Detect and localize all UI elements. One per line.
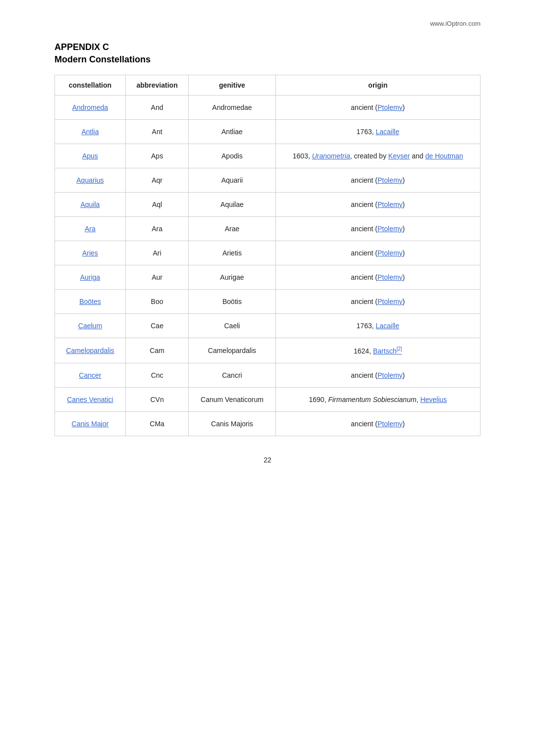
constellation-genitive: Camelopardalis (189, 338, 275, 363)
constellation-origin[interactable]: ancient (Ptolemy) (275, 241, 480, 265)
constellation-origin[interactable]: 1763, Lacaille (275, 120, 480, 144)
constellation-genitive: Cancri (189, 363, 275, 387)
constellation-genitive: Andromedae (189, 96, 275, 120)
constellation-origin[interactable]: 1624, Bartsch[2] (275, 338, 480, 363)
table-row: BoötesBooBoötisancient (Ptolemy) (55, 290, 481, 314)
constellation-name[interactable]: Canis Major (55, 411, 126, 436)
appendix-subtitle: Modern Constellations (54, 54, 481, 65)
table-row: Canis MajorCMaCanis Majorisancient (Ptol… (55, 411, 481, 436)
constellation-abbreviation: Cam (125, 338, 188, 363)
constellation-genitive: Antliae (189, 120, 275, 144)
constellation-name[interactable]: Aquarius (55, 168, 126, 193)
constellation-abbreviation: Ant (125, 120, 188, 144)
constellation-origin[interactable]: ancient (Ptolemy) (275, 265, 480, 290)
table-row: AntliaAntAntliae1763, Lacaille (55, 120, 481, 144)
constellation-abbreviation: Ari (125, 241, 188, 265)
constellation-abbreviation: Boo (125, 290, 188, 314)
page-number: 22 (54, 456, 481, 464)
table-row: CamelopardalisCamCamelopardalis1624, Bar… (55, 338, 481, 363)
constellation-abbreviation: Cae (125, 314, 188, 338)
constellation-origin[interactable]: ancient (Ptolemy) (275, 290, 480, 314)
constellation-origin[interactable]: ancient (Ptolemy) (275, 217, 480, 241)
constellation-name[interactable]: Canes Venatici (55, 387, 126, 411)
constellation-origin[interactable]: 1763, Lacaille (275, 314, 480, 338)
table-row: AriesAriArietisancient (Ptolemy) (55, 241, 481, 265)
constellation-name[interactable]: Boötes (55, 290, 126, 314)
table-row: AquilaAqlAquilaeancient (Ptolemy) (55, 193, 481, 217)
table-row: CaelumCaeCaeli1763, Lacaille (55, 314, 481, 338)
constellation-origin[interactable]: ancient (Ptolemy) (275, 363, 480, 387)
constellation-genitive: Aquilae (189, 193, 275, 217)
constellation-abbreviation: CVn (125, 387, 188, 411)
constellation-name[interactable]: Camelopardalis (55, 338, 126, 363)
constellation-name[interactable]: Caelum (55, 314, 126, 338)
website-url: www.iOptron.com (54, 20, 481, 27)
constellation-genitive: Aquarii (189, 168, 275, 193)
constellation-genitive: Arietis (189, 241, 275, 265)
constellation-name[interactable]: Antlia (55, 120, 126, 144)
constellation-genitive: Boötis (189, 290, 275, 314)
constellation-name[interactable]: Aquila (55, 193, 126, 217)
constellation-origin[interactable]: ancient (Ptolemy) (275, 96, 480, 120)
constellation-name[interactable]: Andromeda (55, 96, 126, 120)
constellation-origin[interactable]: ancient (Ptolemy) (275, 168, 480, 193)
constellation-abbreviation: CMa (125, 411, 188, 436)
appendix-title: APPENDIX C (54, 42, 481, 52)
constellation-abbreviation: Aql (125, 193, 188, 217)
constellation-name[interactable]: Ara (55, 217, 126, 241)
constellation-abbreviation: Cnc (125, 363, 188, 387)
constellation-table: constellation abbreviation genitive orig… (54, 75, 481, 436)
constellation-name[interactable]: Apus (55, 144, 126, 168)
table-row: CancerCncCancriancient (Ptolemy) (55, 363, 481, 387)
constellation-origin[interactable]: ancient (Ptolemy) (275, 193, 480, 217)
constellation-origin[interactable]: 1690, Firmamentum Sobiescianum, Hevelius (275, 387, 480, 411)
constellation-abbreviation: Aqr (125, 168, 188, 193)
constellation-name[interactable]: Auriga (55, 265, 126, 290)
constellation-name[interactable]: Aries (55, 241, 126, 265)
constellation-genitive: Caeli (189, 314, 275, 338)
table-row: ApusApsApodis1603, Uranometria, created … (55, 144, 481, 168)
col-header-abbreviation: abbreviation (125, 75, 188, 96)
table-row: AquariusAqrAquariiancient (Ptolemy) (55, 168, 481, 193)
constellation-abbreviation: Aps (125, 144, 188, 168)
constellation-origin[interactable]: 1603, Uranometria, created by Keyser and… (275, 144, 480, 168)
constellation-abbreviation: And (125, 96, 188, 120)
table-row: AraAraAraeancient (Ptolemy) (55, 217, 481, 241)
table-row: Canes VenaticiCVnCanum Venaticorum1690, … (55, 387, 481, 411)
constellation-abbreviation: Aur (125, 265, 188, 290)
col-header-constellation: constellation (55, 75, 126, 96)
constellation-origin[interactable]: ancient (Ptolemy) (275, 411, 480, 436)
constellation-genitive: Apodis (189, 144, 275, 168)
constellation-genitive: Canis Majoris (189, 411, 275, 436)
constellation-genitive: Canum Venaticorum (189, 387, 275, 411)
table-row: AndromedaAndAndromedaeancient (Ptolemy) (55, 96, 481, 120)
constellation-name[interactable]: Cancer (55, 363, 126, 387)
col-header-genitive: genitive (189, 75, 275, 96)
table-row: AurigaAurAurigaeancient (Ptolemy) (55, 265, 481, 290)
constellation-genitive: Arae (189, 217, 275, 241)
constellation-genitive: Aurigae (189, 265, 275, 290)
col-header-origin: origin (275, 75, 480, 96)
constellation-abbreviation: Ara (125, 217, 188, 241)
